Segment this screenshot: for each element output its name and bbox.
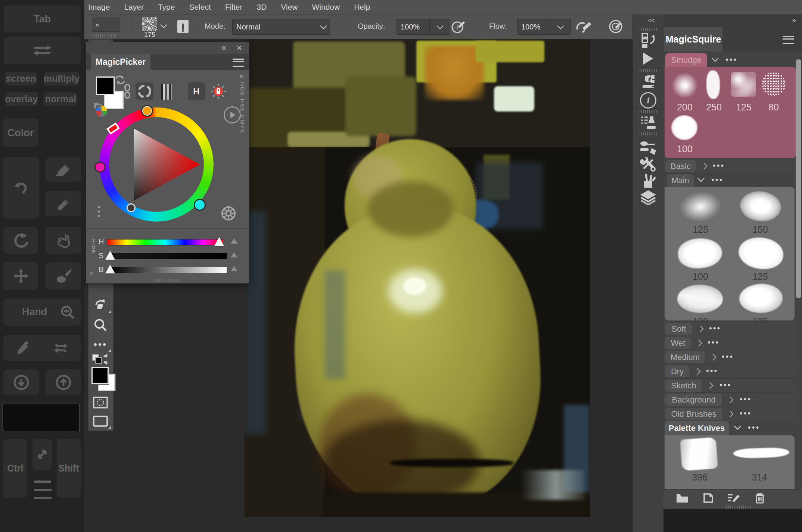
mp-lock-icon[interactable] bbox=[209, 82, 227, 100]
brush-thumb[interactable] bbox=[677, 285, 723, 313]
group-tab-old-brushes[interactable]: Old Brushes bbox=[665, 408, 722, 420]
shortcut-pencil-button[interactable] bbox=[46, 191, 81, 216]
brush-settings-icon[interactable] bbox=[633, 140, 663, 156]
foreground-color-swatch[interactable] bbox=[91, 367, 109, 384]
magicsquire-resize-gripper[interactable] bbox=[726, 506, 751, 508]
group-background-chevron-icon[interactable] bbox=[727, 396, 733, 403]
shortcut-overlay-button[interactable]: overlay bbox=[5, 92, 38, 106]
new-item-icon[interactable] bbox=[702, 492, 715, 504]
group-tab-medium[interactable]: Medium bbox=[665, 351, 705, 363]
mp-link-icon[interactable] bbox=[123, 84, 132, 99]
menu-view[interactable]: View bbox=[281, 3, 298, 12]
magicpicker-tab[interactable]: MagicPicker bbox=[91, 54, 150, 70]
shortcut-screen-button[interactable]: screen bbox=[5, 72, 37, 85]
shortcut-multiply-button[interactable]: multiply bbox=[44, 72, 79, 85]
group-main-more-icon[interactable]: ••• bbox=[711, 175, 723, 185]
brush-thumb[interactable] bbox=[672, 73, 697, 98]
hide-strip-label[interactable]: HIDE bbox=[91, 239, 96, 254]
canvas-document[interactable] bbox=[245, 39, 590, 517]
mp-more-dots-icon[interactable]: ••• bbox=[97, 205, 100, 218]
mode-dropdown[interactable]: Normal bbox=[232, 19, 330, 35]
dock-gripper[interactable] bbox=[640, 69, 657, 72]
group-tab-wet[interactable]: Wet bbox=[665, 337, 691, 349]
brush-thumb[interactable] bbox=[677, 237, 724, 270]
mp-side-collapse-icon[interactable]: « bbox=[239, 71, 248, 80]
mp-gradient-mode-icon[interactable] bbox=[161, 84, 172, 100]
brush-preset-chevron-icon[interactable] bbox=[160, 21, 167, 28]
brush-thumb[interactable] bbox=[706, 71, 720, 99]
info-panel-icon[interactable]: i bbox=[633, 92, 663, 109]
play-panel-icon[interactable] bbox=[633, 50, 663, 67]
toggle-brush-panel-icon[interactable] bbox=[175, 18, 190, 35]
brush-thumb[interactable] bbox=[671, 115, 697, 140]
group-basic-chevron-icon[interactable] bbox=[700, 163, 707, 169]
brush-preset-preview[interactable] bbox=[142, 17, 157, 31]
group-old-brushes-more-icon[interactable]: ••• bbox=[740, 409, 752, 418]
group-tab-soft[interactable]: Soft bbox=[665, 323, 692, 335]
opacity-chevron-button[interactable] bbox=[429, 19, 450, 35]
toolbar-gripper[interactable] bbox=[93, 34, 116, 38]
shortcut-increase-button[interactable] bbox=[46, 369, 81, 395]
edit-toolbar-ellipsis[interactable]: ••• bbox=[88, 336, 112, 353]
magicsquire-menu-icon[interactable] bbox=[783, 36, 794, 44]
shortcut-eyedropper-loop-button[interactable] bbox=[3, 335, 81, 361]
group-tab-palette-knives[interactable]: Palette Knives bbox=[665, 421, 729, 435]
saturation-slider[interactable]: S bbox=[107, 253, 230, 259]
default-colors-icon[interactable] bbox=[88, 353, 112, 366]
magicpicker-titlebar[interactable]: « ✕ bbox=[86, 42, 249, 54]
magicpicker-menu-icon[interactable] bbox=[233, 59, 244, 67]
group-medium-chevron-icon[interactable] bbox=[709, 354, 716, 360]
menu-layer[interactable]: Layer bbox=[124, 3, 144, 12]
shortcut-swap-button[interactable] bbox=[4, 37, 81, 64]
brush-thumb[interactable] bbox=[762, 72, 786, 96]
group-basic-more-icon[interactable]: ••• bbox=[713, 161, 725, 170]
flow-chevron-button[interactable] bbox=[550, 19, 571, 35]
group-wet-chevron-icon[interactable] bbox=[695, 339, 702, 346]
menu-help[interactable]: Help bbox=[354, 3, 370, 12]
shortcut-lines-icon[interactable] bbox=[34, 497, 52, 499]
pressure-opacity-icon[interactable] bbox=[450, 18, 466, 35]
dock-collapse-button[interactable]: << bbox=[648, 17, 654, 25]
quick-mask-button[interactable] bbox=[88, 394, 112, 411]
group-old-brushes-chevron-icon[interactable] bbox=[727, 410, 733, 417]
shortcut-color-button[interactable]: Color bbox=[3, 119, 38, 147]
dock-gripper[interactable] bbox=[640, 28, 657, 31]
airbrush-icon[interactable] bbox=[575, 18, 594, 35]
menu-select[interactable]: Select bbox=[189, 3, 211, 12]
group-smudge-more-icon[interactable]: ••• bbox=[725, 55, 737, 65]
magicsquire-expand-button[interactable]: » bbox=[792, 16, 796, 24]
brush-thumb[interactable] bbox=[739, 284, 783, 313]
clone-source-icon[interactable] bbox=[633, 115, 663, 131]
group-smudge-chevron-icon[interactable] bbox=[712, 55, 718, 62]
group-sketch-chevron-icon[interactable] bbox=[706, 382, 713, 389]
trash-icon[interactable] bbox=[753, 491, 767, 505]
edit-brush-icon[interactable] bbox=[727, 492, 740, 504]
rotate-view-tool[interactable] bbox=[88, 297, 112, 314]
screen-mode-button[interactable] bbox=[88, 413, 112, 430]
shortcut-lines-icon[interactable] bbox=[34, 489, 52, 491]
toolbar-expand-button[interactable]: » bbox=[92, 18, 120, 32]
zoom-tool[interactable] bbox=[88, 316, 112, 334]
dock-gripper[interactable] bbox=[640, 110, 657, 113]
shortcut-tab-button[interactable]: Tab bbox=[4, 6, 81, 32]
shortcut-decrease-button[interactable] bbox=[3, 369, 39, 395]
menu-type[interactable]: Type bbox=[158, 3, 175, 12]
group-background-more-icon[interactable]: ••• bbox=[740, 394, 752, 404]
brightness-expand-icon[interactable] bbox=[231, 266, 237, 271]
group-dry-more-icon[interactable]: ••• bbox=[706, 366, 718, 376]
group-soft-more-icon[interactable]: ••• bbox=[709, 323, 721, 333]
hue-slider[interactable]: H bbox=[107, 239, 230, 245]
group-tab-sketch[interactable]: Sketch bbox=[665, 379, 702, 392]
mp-foreground-swatch[interactable] bbox=[96, 76, 115, 95]
shortcut-hand-button[interactable]: Hand bbox=[3, 298, 81, 326]
shortcut-ctrl-button[interactable]: Ctrl bbox=[3, 439, 27, 498]
menu-3d[interactable]: 3D bbox=[257, 3, 267, 12]
brush-thumb[interactable] bbox=[731, 72, 756, 97]
brush-thumb[interactable] bbox=[733, 447, 790, 459]
brush-thumb[interactable] bbox=[678, 190, 722, 224]
3d-materials-icon[interactable] bbox=[633, 73, 663, 90]
hue-slider-thumb[interactable] bbox=[214, 237, 224, 246]
smoothing-icon[interactable] bbox=[607, 18, 625, 35]
dock-gripper[interactable] bbox=[640, 132, 657, 135]
wheel-marker-magenta[interactable] bbox=[94, 162, 106, 173]
